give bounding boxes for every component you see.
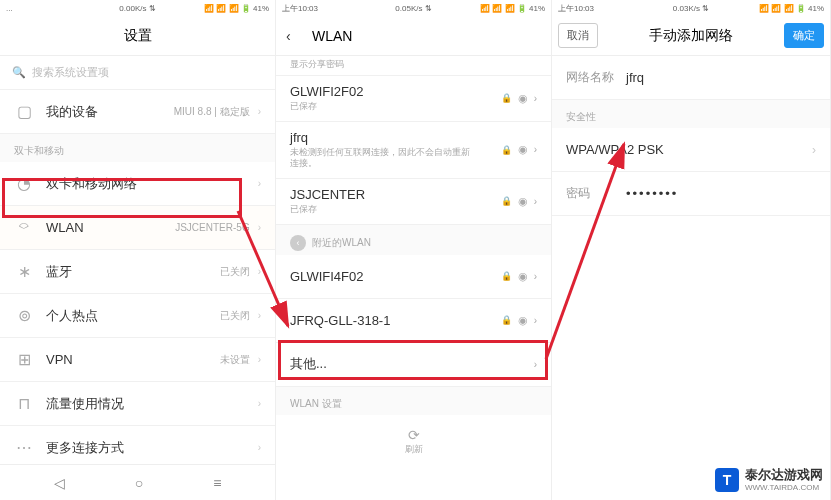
svg-line-0 (238, 211, 288, 326)
svg-line-1 (546, 144, 624, 359)
watermark: T 泰尔达游戏网 WWW.TAIRDA.COM (715, 468, 823, 492)
watermark-badge-icon: T (715, 468, 739, 492)
annotation-arrows (0, 0, 831, 500)
